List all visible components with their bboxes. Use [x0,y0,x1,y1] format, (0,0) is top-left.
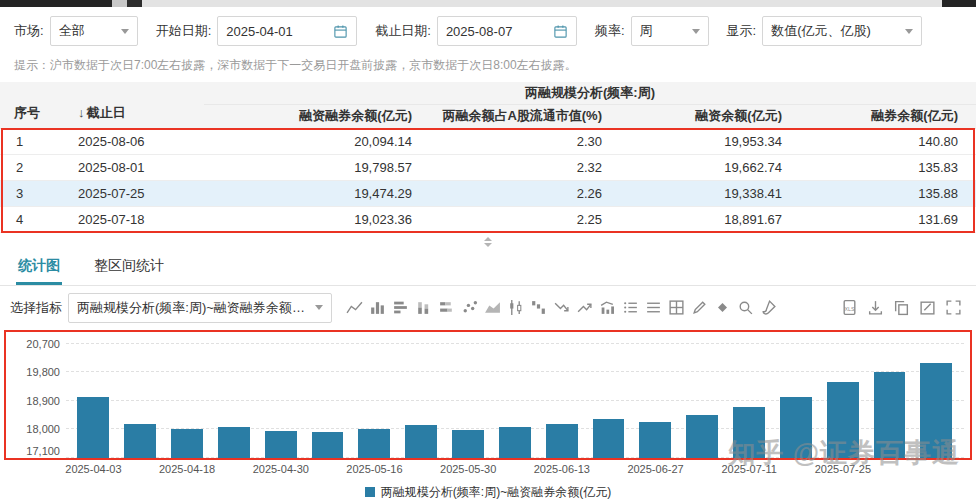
waterfall-icon[interactable] [530,299,547,316]
x-axis-labels: 2025-04-032025-04-182025-04-302025-05-16… [70,463,960,478]
col-header-seq[interactable]: 序号 [0,82,64,128]
cell-seq: 4 [0,206,64,232]
bar-2025-08-01[interactable] [874,372,906,457]
x-axis-tick: 2025-07-25 [815,463,871,475]
end-date-value: 2025-08-07 [446,24,513,39]
col-header-value[interactable]: 融资融券余额(亿元) [204,104,430,128]
chart-export-toolbar: XLS [841,299,962,316]
bar-2025-04-03[interactable] [77,397,109,457]
cell-date: 2025-08-01 [64,154,204,180]
list-icon[interactable] [622,299,639,316]
cell-seq: 2 [0,154,64,180]
magnifier-icon[interactable] [737,299,754,316]
cell-balance: 20,094.14 [204,128,430,154]
cell-financing: 19,953.34 [620,128,800,154]
col-header-value[interactable]: 融券余额(亿元) [800,104,976,128]
cell-financing: 19,662.74 [620,154,800,180]
sort-desc-icon[interactable]: ↓ [78,105,85,120]
cell-seq: 1 [0,128,64,154]
bar-2025-05-30[interactable] [452,430,484,457]
col-header-date[interactable]: ↓截止日 [64,82,204,128]
tab-statistics-chart[interactable]: 统计图 [16,251,62,285]
x-axis-tick: 2025-06-27 [627,463,683,475]
start-date-value: 2025-04-01 [226,24,293,39]
line-chart-icon[interactable] [346,299,363,316]
bar-2025-05-23[interactable] [405,425,437,457]
table-row[interactable]: 42025-07-1819,023.362.2518,891.67131.69 [0,206,976,232]
area-chart-icon[interactable] [484,299,501,316]
brush-icon[interactable] [760,299,777,316]
combo-chart-icon[interactable] [599,299,616,316]
bar-2025-04-30[interactable] [265,431,297,457]
cell-pct: 2.26 [430,180,620,206]
view-tabs: 统计图 整区间统计 [0,251,976,286]
copy-chart-icon[interactable] [893,299,910,316]
bar-2025-06-06[interactable] [499,427,531,457]
bar-2025-04-25[interactable] [218,427,250,457]
diamond-icon[interactable] [714,299,731,316]
frequency-select[interactable]: 周 [631,16,709,46]
edit-chart-icon[interactable] [919,299,936,316]
bar-2025-05-09[interactable] [312,432,344,457]
collapse-handle[interactable] [476,235,500,249]
download-icon[interactable] [867,299,884,316]
indicator-select[interactable]: 两融规模分析(频率:周)~融资融券余额(亿... [68,293,332,323]
chevron-down-icon [484,243,492,247]
grid-chart-icon[interactable] [668,299,685,316]
bar-chart-icon[interactable] [392,299,409,316]
bar-2025-04-11[interactable] [124,424,156,458]
chart-legend: 两融规模分析(频率:周)~融资融券余额(亿元) [4,478,972,500]
col-header-date-label: 截止日 [87,105,126,120]
bar-2025-06-27[interactable] [639,422,671,458]
end-date-input[interactable]: 2025-08-07 [437,16,577,46]
cell-balance: 19,798.57 [204,154,430,180]
bar-2025-06-13[interactable] [546,424,578,458]
col-header-value[interactable]: 两融余额占A股流通市值(%) [430,104,620,128]
filter-bar: 市场: 全部 开始日期: 2025-04-01 截止日期: 2025-08-07… [0,7,976,55]
pencil-icon[interactable] [691,299,708,316]
menu-lines-icon[interactable] [645,299,662,316]
calendar-icon [333,24,348,39]
xls-export-icon[interactable]: XLS [841,299,858,316]
fullscreen-icon[interactable] [945,299,962,316]
col-group-header: 两融规模分析(频率:周) [204,82,976,104]
trend-down-icon[interactable] [553,299,570,316]
bar-2025-07-11[interactable] [733,407,765,457]
bar-2025-07-25[interactable] [827,382,859,457]
tab-range-statistics[interactable]: 整区间统计 [92,251,166,285]
bar-2025-06-20[interactable] [593,419,625,457]
legend-swatch [365,487,375,497]
table-row[interactable]: 12025-08-0620,094.142.3019,953.34140.80 [0,128,976,154]
chevron-down-icon [121,29,129,34]
bar-2025-07-04[interactable] [686,415,718,458]
disclosure-hint: 提示：沪市数据于次日7:00左右披露，深市数据于下一交易日开盘前披露，京市数据于… [0,55,976,82]
svg-text:XLS: XLS [844,306,854,312]
table-row[interactable]: 32025-07-2519,474.292.2619,338.41135.88 [0,180,976,206]
bar-2025-08-06[interactable] [920,363,952,458]
y-axis-tick: 18,900 [6,395,60,407]
y-axis-tick: 19,800 [6,366,60,378]
scatter-chart-icon[interactable] [461,299,478,316]
trend-up-icon[interactable] [576,299,593,316]
col-header-value[interactable]: 融资余额(亿元) [620,104,800,128]
stacked-column-icon[interactable] [415,299,432,316]
bar-2025-07-18[interactable] [780,397,812,458]
calendar-icon [553,24,568,39]
table-header-row-group: 序号 ↓截止日 两融规模分析(频率:周) [0,82,976,104]
start-date-input[interactable]: 2025-04-01 [217,16,357,46]
column-chart-icon[interactable] [369,299,386,316]
margin-data-table-wrap: 序号 ↓截止日 两融规模分析(频率:周) 融资融券余额(亿元)两融余额占A股流通… [0,82,976,233]
cell-lending: 135.88 [800,180,976,206]
candlestick-icon[interactable] [507,299,524,316]
bar-2025-04-18[interactable] [171,429,203,458]
display-select[interactable]: 数值(亿元、亿股) [762,16,922,46]
indicator-value: 两融规模分析(频率:周)~融资融券余额(亿... [77,299,309,317]
bar-2025-05-16[interactable] [358,429,390,458]
cell-lending: 140.80 [800,128,976,154]
stacked-bar-icon[interactable] [438,299,455,316]
market-select[interactable]: 全部 [50,16,138,46]
bar-chart-plot: 17,10018,00018,90019,80020,700 [4,330,972,460]
margin-data-table: 序号 ↓截止日 两融规模分析(频率:周) 融资融券余额(亿元)两融余额占A股流通… [0,82,976,233]
cell-pct: 2.25 [430,206,620,232]
table-row[interactable]: 22025-08-0119,798.572.3219,662.74135.83 [0,154,976,180]
